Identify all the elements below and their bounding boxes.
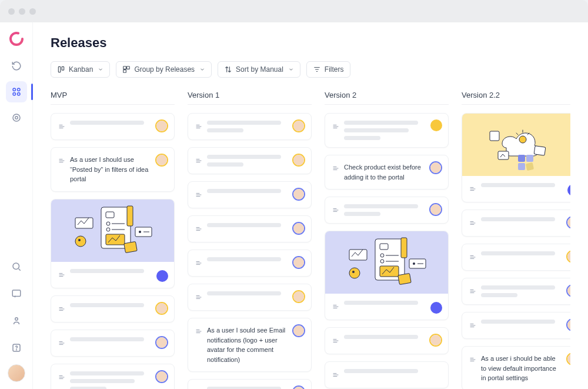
kanban-card[interactable]	[462, 210, 570, 237]
group-by-selector[interactable]: Group by Releases	[116, 61, 212, 78]
svg-rect-21	[106, 234, 125, 245]
kanban-card[interactable]	[51, 113, 175, 140]
kanban-card[interactable]	[325, 197, 449, 224]
kanban-card[interactable]	[188, 284, 312, 311]
card-illustration	[325, 231, 448, 294]
card-placeholder	[344, 204, 441, 216]
card-type-icon	[195, 258, 202, 269]
kanban-card[interactable]: Check product exist before adding it to …	[325, 155, 449, 189]
sort-selector[interactable]: Sort by Manual	[218, 61, 300, 78]
kanban-card[interactable]	[325, 113, 449, 148]
svg-rect-44	[498, 151, 509, 159]
kanban-card[interactable]	[188, 250, 312, 277]
kanban-column: Version 2Check product exist before addi…	[325, 91, 449, 389]
assignee-avatar	[155, 336, 168, 349]
svg-point-42	[519, 136, 526, 143]
kanban-card[interactable]: As a user I sould see Email notification…	[188, 318, 312, 372]
card-title: As a user I sould see Email notification…	[207, 325, 304, 364]
card-type-icon	[332, 370, 339, 381]
view-selector[interactable]: Kanban	[51, 61, 110, 78]
status-dot	[430, 302, 442, 314]
app-logo[interactable]	[8, 31, 25, 47]
chat-icon[interactable]	[6, 283, 27, 304]
card-type-icon	[469, 252, 476, 263]
kanban-card[interactable]: As a user I should use “Posted by” in fi…	[51, 147, 175, 192]
card-type-icon	[469, 355, 476, 365]
browser-chrome	[0, 0, 588, 22]
nav-refresh-icon[interactable]	[6, 55, 27, 77]
team-icon[interactable]	[6, 310, 27, 331]
assignee-avatar	[429, 334, 442, 347]
kanban-card[interactable]	[325, 361, 449, 388]
kanban-card[interactable]	[51, 330, 175, 357]
kanban-card[interactable]	[51, 199, 175, 288]
svg-point-9	[15, 318, 18, 321]
card-type-icon	[332, 302, 339, 312]
svg-point-26	[75, 236, 86, 247]
kanban-card[interactable]	[462, 113, 570, 202]
svg-point-1	[13, 88, 16, 91]
kanban-card[interactable]	[188, 379, 312, 389]
column-cards: As a user I should use “Posted by” in fi…	[51, 113, 175, 389]
kanban-card[interactable]	[462, 278, 570, 305]
traffic-light-dot	[19, 8, 25, 15]
svg-point-4	[17, 93, 20, 96]
svg-rect-45	[518, 155, 525, 162]
filters-label: Filters	[325, 65, 344, 74]
user-avatar[interactable]	[8, 364, 25, 382]
help-icon[interactable]	[6, 337, 27, 358]
kanban-card[interactable]: As a user i should be able to view defau…	[462, 346, 570, 389]
column-title: Version 2	[325, 91, 449, 105]
svg-rect-15	[127, 67, 130, 69]
search-icon[interactable]	[6, 256, 27, 277]
nav-releases-icon[interactable]	[6, 81, 27, 102]
card-illustration	[462, 114, 570, 176]
kanban-card[interactable]	[462, 312, 570, 339]
card-placeholder	[344, 369, 441, 373]
card-type-icon	[58, 270, 65, 281]
nav-target-icon[interactable]	[6, 107, 27, 128]
kanban-card[interactable]	[325, 327, 449, 354]
card-placeholder	[481, 320, 570, 324]
svg-rect-22	[127, 206, 133, 226]
svg-rect-13	[62, 67, 64, 70]
card-placeholder	[207, 155, 304, 167]
main-content: Releases Kanban Group by Releases Sort b…	[33, 22, 588, 389]
column-title: Version 1	[188, 91, 312, 105]
assignee-avatar	[155, 302, 168, 315]
svg-rect-8	[12, 290, 21, 297]
assignee-avatar	[292, 290, 305, 303]
page-title: Releases	[51, 35, 570, 51]
kanban-card[interactable]	[188, 147, 312, 174]
card-placeholder	[481, 251, 570, 255]
kanban-card[interactable]	[325, 231, 449, 320]
card-placeholder	[344, 301, 441, 305]
svg-rect-48	[525, 162, 533, 171]
kanban-card[interactable]	[188, 113, 312, 140]
svg-point-3	[13, 93, 16, 96]
kanban-card[interactable]	[51, 364, 175, 390]
kanban-card[interactable]	[188, 215, 312, 242]
svg-rect-40	[397, 273, 410, 284]
assignee-avatar	[292, 154, 305, 167]
card-type-icon	[332, 164, 339, 174]
card-placeholder	[207, 121, 304, 132]
card-placeholder	[70, 269, 167, 273]
card-type-icon	[58, 373, 65, 383]
svg-point-5	[13, 114, 20, 121]
kanban-card[interactable]	[462, 244, 570, 271]
filters-button[interactable]: Filters	[306, 61, 350, 78]
svg-rect-46	[526, 155, 533, 162]
svg-point-11	[16, 350, 16, 350]
card-type-icon	[195, 224, 202, 235]
card-type-icon	[332, 122, 339, 132]
card-type-icon	[58, 122, 65, 132]
card-placeholder	[70, 303, 167, 307]
card-type-icon	[469, 321, 476, 331]
column-title: MVP	[51, 91, 175, 105]
kanban-card[interactable]	[51, 295, 175, 322]
svg-point-38	[349, 268, 360, 278]
kanban-card[interactable]	[188, 181, 312, 208]
card-placeholder	[481, 217, 570, 221]
card-placeholder	[481, 285, 570, 297]
